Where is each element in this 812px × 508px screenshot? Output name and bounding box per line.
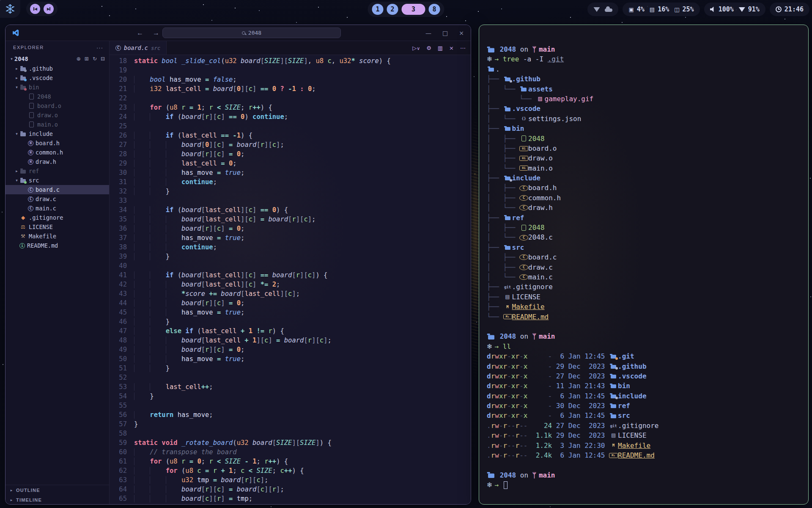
line-number: 39	[110, 252, 134, 261]
run-code-icon[interactable]: ▷∨	[412, 45, 420, 51]
code-line: 53 last_cell++;	[110, 382, 471, 392]
explorer-item-Makefile[interactable]: ⚒Makefile	[5, 232, 109, 241]
explorer-item-ref[interactable]: ▸ref	[5, 166, 109, 176]
line-number: 21	[110, 84, 134, 94]
explorer-item-main.o[interactable]: main.o	[5, 120, 109, 129]
folder-icon	[486, 333, 496, 340]
close-editor-icon[interactable]: ×	[449, 45, 454, 51]
nixos-menu-button[interactable]	[0, 0, 20, 18]
new-folder-icon[interactable]: ⊞	[85, 56, 89, 62]
minimize-button[interactable]: —	[425, 30, 431, 36]
line-number: 37	[110, 233, 134, 243]
new-file-icon[interactable]: ⊕	[77, 56, 81, 62]
wifi-icon	[739, 7, 745, 12]
terminal-cursor	[504, 481, 508, 489]
line-number: 50	[110, 354, 134, 364]
line-number: 23	[110, 103, 134, 112]
explorer-item-src[interactable]: ▾src	[5, 176, 109, 185]
tab-board-c[interactable]: C board.c src	[110, 41, 167, 55]
system-tray[interactable]	[587, 3, 618, 16]
collapse-all-icon[interactable]: ⊟	[101, 56, 105, 62]
nix-shell-icon: ❄	[487, 342, 495, 351]
command-search-input[interactable]: 2048	[162, 28, 341, 38]
media-previous-button[interactable]: ◀	[30, 4, 40, 14]
explorer-root-folder[interactable]: ▾ 2048 ⊕ ⊞ ↻ ⊟	[5, 54, 109, 64]
explorer-item-draw.h[interactable]: Hdraw.h	[5, 157, 109, 166]
explorer-item-.gitignore[interactable]: ◆.gitignore	[5, 213, 109, 222]
binary-file-icon: 01	[519, 166, 528, 171]
line-number: 28	[110, 149, 134, 159]
media-next-button[interactable]: ▶	[44, 4, 54, 14]
workspace-button-3[interactable]: 3	[402, 4, 425, 15]
code-line: 37 has_move = true;	[110, 233, 471, 243]
c-file-icon: C	[519, 254, 528, 260]
chevron-down-icon: ▾	[14, 132, 19, 136]
terminal-input[interactable]: ❄ →	[487, 480, 801, 490]
clock-widget[interactable]: 21:46	[770, 3, 809, 16]
audio-network[interactable]: 100% 91%	[704, 3, 765, 16]
tree-entry-main.o: │ └── 01main.o	[487, 163, 801, 173]
explorer-item-common.h[interactable]: Hcommon.h	[5, 148, 109, 157]
split-editor-icon[interactable]: ▥	[438, 45, 443, 51]
cpu-value: 4%	[637, 6, 645, 13]
code-line: 61 for (u8 r = 0; r < SIZE - 1; r++) {	[110, 457, 471, 466]
explorer-item-.vscode[interactable]: ▸.vscode	[5, 73, 109, 83]
explorer-item-README.md[interactable]: iREADME.md	[5, 241, 109, 250]
editor-titlebar[interactable]: ← → 2048 — □ ×	[5, 25, 471, 41]
code-line: 23 for (u8 r = 1; r < SIZE; r++) {	[110, 103, 471, 112]
line-number: 54	[110, 392, 134, 401]
tray-wifi-icon[interactable]	[593, 7, 600, 12]
code-line: 64 board[r][c] = board[c][r];	[110, 485, 471, 494]
line-number: 43	[110, 289, 134, 298]
system-stats[interactable]: ▣4% ▤16% ◫25%	[623, 3, 700, 16]
refresh-icon[interactable]: ↻	[93, 56, 97, 62]
explorer-item-board.h[interactable]: Hboard.h	[5, 138, 109, 148]
code-line: 33	[110, 196, 471, 205]
explorer-item-2048[interactable]: 2048	[5, 92, 109, 101]
explorer-item-board.c[interactable]: Cboard.c	[5, 185, 109, 194]
line-number: 49	[110, 345, 134, 354]
explorer-item-label: .github	[29, 65, 53, 72]
explorer-item-label: LICENSE	[29, 224, 53, 230]
folder-icon	[487, 66, 496, 72]
tree-entry-ref: ├── ref	[487, 213, 801, 223]
tree-entry-draw.c: │ ├── Cdraw.c	[487, 262, 801, 272]
outline-label: OUTLINE	[16, 488, 40, 493]
git-branch-icon: ᛘ	[532, 331, 539, 341]
line-number: 29	[110, 159, 134, 168]
explorer-item-draw.c[interactable]: Cdraw.c	[5, 194, 109, 204]
window-terminal[interactable]: 2048 on ᛘ main❄ → tree -a -I .git.├── .g…	[479, 25, 809, 505]
tray-cloud-icon[interactable]	[605, 8, 612, 12]
tree-entry-gameplay.gif: │ └── ▨gameplay.gif	[487, 94, 801, 104]
markdown-icon: M↓	[609, 453, 618, 458]
explorer-item-draw.o[interactable]: draw.o	[5, 110, 109, 120]
timeline-section[interactable]: ▸ TIMELINE	[5, 495, 109, 505]
outline-section[interactable]: ▸ OUTLINE	[5, 485, 109, 495]
code-line: 28 board[r][c] = 0;	[110, 149, 471, 159]
workspace-button-1[interactable]: 1	[372, 4, 384, 15]
tree-entry-board.o: │ ├── 01board.o	[487, 144, 801, 153]
explorer-item-board.o[interactable]: board.o	[5, 101, 109, 110]
nav-back-icon[interactable]: ←	[137, 29, 143, 37]
close-button[interactable]: ×	[459, 30, 464, 36]
terminal-output: 2048 on ᛘ main❄ → tree -a -I .git.├── .g…	[479, 25, 808, 496]
explorer-item-main.c[interactable]: Cmain.c	[5, 204, 109, 213]
workspace-button-8[interactable]: 8	[429, 4, 440, 15]
code-editor[interactable]: C board.c src ▷∨ ⚙ ▥ × ⋯ 18static bool _…	[110, 41, 471, 505]
line-number: 57	[110, 420, 134, 429]
license-book-icon: ▤	[609, 433, 618, 439]
nav-forward-icon[interactable]: →	[153, 29, 159, 37]
chevron-down-icon: ▾	[14, 178, 19, 182]
chevron-right-icon: ▸	[14, 66, 19, 71]
explorer-item-bin[interactable]: ▾bin	[5, 83, 109, 92]
explorer-item-include[interactable]: ▾include	[5, 129, 109, 138]
maximize-button[interactable]: □	[442, 30, 448, 36]
chevron-right-icon: ▸	[14, 169, 19, 173]
editor-more-icon[interactable]: ⋯	[460, 45, 466, 51]
settings-gear-icon[interactable]: ⚙	[426, 45, 431, 51]
explorer-item-LICENSE[interactable]: ⚖LICENSE	[5, 222, 109, 232]
disk-stat: ◫25%	[674, 6, 694, 13]
workspace-button-2[interactable]: 2	[387, 4, 398, 15]
explorer-item-.github[interactable]: ▸.github	[5, 64, 109, 73]
explorer-more-icon[interactable]: ···	[96, 44, 103, 51]
